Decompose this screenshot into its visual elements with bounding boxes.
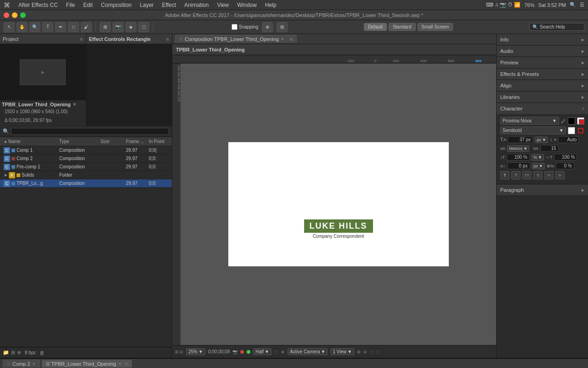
- list-item[interactable]: C TPBR_Lo...g Composition 29.97 0;0:: [0, 179, 172, 188]
- libraries-header[interactable]: Libraries ▶: [497, 92, 588, 103]
- faux-bold-btn[interactable]: T: [500, 171, 509, 179]
- brush-tool[interactable]: 🖌: [81, 22, 92, 32]
- font-color-red[interactable]: [579, 119, 584, 125]
- composition-menu[interactable]: Composition: [97, 1, 136, 9]
- comp-panel-menu[interactable]: ≡: [290, 36, 293, 42]
- col-type[interactable]: Type: [57, 139, 99, 144]
- pan-tool[interactable]: ✋: [17, 22, 28, 32]
- vert-scale-input[interactable]: [507, 154, 530, 161]
- draft-btn[interactable]: ⊟: [363, 350, 367, 354]
- text-tool[interactable]: T: [42, 22, 53, 32]
- info-header[interactable]: Info ▶: [497, 34, 588, 45]
- audio-header[interactable]: Audio ▶: [497, 46, 588, 57]
- new-folder-icon[interactable]: 📁: [3, 350, 9, 356]
- vert-unit[interactable]: % ▼: [531, 154, 544, 161]
- tab-comp2-close[interactable]: ✕: [32, 362, 36, 366]
- tsume-input[interactable]: [556, 162, 574, 169]
- timeline-tab-main[interactable]: TPBR_Lower Third_Opening ✕ ≡: [42, 360, 132, 368]
- null-tool[interactable]: ◈: [125, 22, 136, 32]
- list-item[interactable]: C Pre-comp 1 Composition 29.97 0;0:: [0, 163, 172, 171]
- project-menu-icon[interactable]: ≡: [80, 36, 83, 42]
- color-options-icon[interactable]: ⊕: [281, 350, 285, 354]
- close-button[interactable]: [4, 12, 9, 18]
- zoom-tool[interactable]: 🔍: [29, 22, 40, 32]
- help-menu[interactable]: Help: [261, 1, 280, 9]
- proportional-grid[interactable]: ⊞: [277, 22, 288, 32]
- stroke-color-white[interactable]: [568, 127, 575, 134]
- list-item[interactable]: ▶ F Solids Folder: [0, 171, 172, 179]
- view-menu[interactable]: View: [213, 1, 232, 9]
- comp-viewer-tab[interactable]: Composition TPBR_Lower Third_Opening ✕ ≡: [175, 35, 297, 43]
- pen-tool[interactable]: ✒: [55, 22, 66, 32]
- superscript-btn[interactable]: Ts: [544, 171, 554, 179]
- font-family-select[interactable]: Proxima Nova ▼: [500, 117, 559, 125]
- list-item[interactable]: C Comp 1 Composition 29.97 0;0(: [0, 146, 172, 155]
- font-size-input[interactable]: [508, 136, 533, 143]
- baseline-unit[interactable]: px ▼: [532, 163, 545, 169]
- quality-dropdown[interactable]: Half ▼: [253, 348, 271, 355]
- snap-options[interactable]: ⊕: [262, 22, 273, 32]
- effect-controls-menu[interactable]: ≡: [166, 36, 169, 42]
- leading-input[interactable]: [558, 136, 579, 143]
- camera-dropdown[interactable]: Active Camera ▼: [288, 348, 328, 355]
- all-caps-btn[interactable]: TT: [522, 171, 531, 179]
- trash-icon[interactable]: 🗑: [40, 350, 45, 356]
- edit-menu[interactable]: Edit: [79, 1, 96, 9]
- subscript-btn[interactable]: Ts: [555, 171, 565, 179]
- col-in[interactable]: In Point: [147, 139, 170, 144]
- project-search-input[interactable]: [11, 128, 169, 135]
- bit-depth[interactable]: 8 bpc: [25, 350, 36, 355]
- col-size[interactable]: Size: [99, 139, 124, 144]
- minimize-button[interactable]: [12, 12, 17, 18]
- new-item-icon[interactable]: ⊕: [17, 350, 21, 356]
- file-menu[interactable]: File: [62, 1, 79, 9]
- layer-menu[interactable]: Layer: [136, 1, 158, 9]
- col-name[interactable]: Name: [8, 139, 21, 144]
- views-dropdown[interactable]: 1 View ▼: [330, 348, 354, 355]
- font-size-units[interactable]: px ▼: [535, 137, 548, 143]
- paragraph-header[interactable]: Paragraph ▶: [497, 184, 588, 196]
- 3d-tool[interactable]: ⊞: [100, 22, 111, 32]
- camera-tool[interactable]: 📷: [113, 22, 124, 32]
- search-help-box[interactable]: 🔍 Search Help: [529, 23, 584, 31]
- snapshot-icon[interactable]: 📷: [232, 350, 237, 354]
- zoom-dropdown[interactable]: 25% ▼: [186, 348, 205, 355]
- render-btn[interactable]: ⊞: [357, 350, 361, 354]
- tab-main-menu[interactable]: ≡: [125, 362, 128, 366]
- kerning-select[interactable]: Metrics ▼: [507, 145, 529, 152]
- window-menu[interactable]: Window: [233, 1, 260, 9]
- display-options-icon[interactable]: ⬚: [274, 350, 278, 354]
- region-btn[interactable]: ⬚: [376, 350, 380, 354]
- workspace-default[interactable]: Default: [364, 23, 387, 31]
- search-icon[interactable]: 🔍: [570, 2, 576, 8]
- effect-menu[interactable]: Effect: [158, 1, 180, 9]
- comp-expand-arrow[interactable]: ▼: [73, 102, 77, 107]
- font-color-picker-icon[interactable]: 🖉: [561, 118, 566, 124]
- tab-main-close[interactable]: ✕: [118, 362, 122, 366]
- align-header[interactable]: Align ▶: [497, 80, 588, 91]
- motion-blur-btn[interactable]: ◌: [370, 350, 373, 354]
- rect-mask-tool[interactable]: □: [68, 22, 79, 32]
- apple-icon[interactable]: ⌘: [4, 1, 10, 9]
- select-tool[interactable]: ↖: [4, 22, 15, 32]
- tracking-input[interactable]: [540, 145, 559, 152]
- menu-icon[interactable]: ☰: [580, 2, 584, 8]
- col-fps[interactable]: Frame ...: [124, 139, 147, 144]
- horiz-scale-input[interactable]: [554, 154, 577, 161]
- effects-presets-header[interactable]: Effects & Presets ▶: [497, 69, 588, 80]
- animation-menu[interactable]: Animation: [181, 1, 212, 9]
- list-item[interactable]: C Comp 2 Composition 29.97 0;0:: [0, 155, 172, 163]
- shape-tool[interactable]: ⬡: [138, 22, 149, 32]
- fullscreen-button[interactable]: [20, 12, 26, 18]
- small-caps-btn[interactable]: Tt: [533, 171, 543, 179]
- character-header[interactable]: Character ≡: [497, 103, 588, 114]
- preview-header[interactable]: Preview ▶: [497, 57, 588, 68]
- expand-icon[interactable]: ⊞: [175, 350, 179, 354]
- new-comp-icon[interactable]: ⊞: [11, 350, 15, 356]
- font-style-select[interactable]: Semibold ▼: [500, 126, 566, 134]
- faux-italic-btn[interactable]: T: [511, 171, 520, 179]
- workspace-standard[interactable]: Standard: [389, 23, 416, 31]
- app-name-menu[interactable]: After Effects CC: [15, 1, 62, 9]
- timeline-tab-comp2[interactable]: Comp 2 ✕: [3, 360, 40, 368]
- expand-arrow[interactable]: ▶: [5, 173, 7, 177]
